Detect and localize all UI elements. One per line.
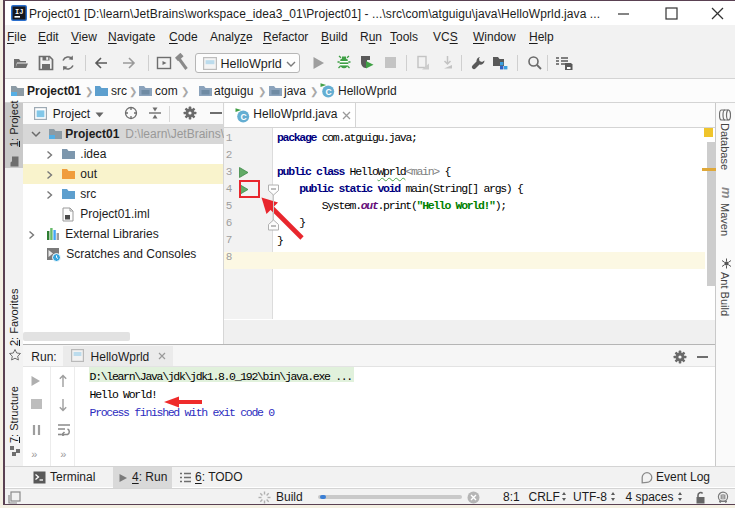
- svg-text:IJ: IJ: [15, 8, 23, 16]
- svg-text:C: C: [326, 87, 332, 97]
- svg-text:C: C: [241, 112, 247, 122]
